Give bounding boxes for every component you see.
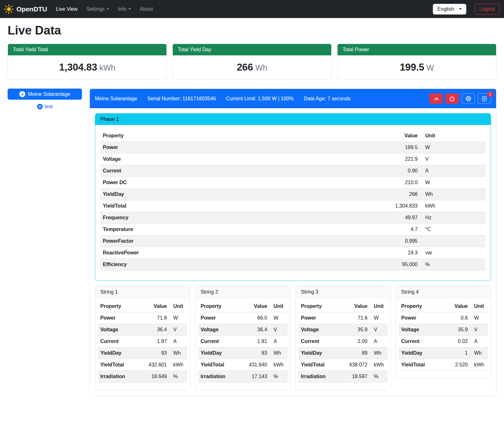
event-log-button[interactable]: 2 — [478, 93, 491, 104]
value-cell: 35.9 — [444, 324, 470, 336]
logout-button[interactable]: Logout — [475, 4, 500, 15]
nav-settings-label: Settings — [86, 6, 105, 12]
property-cell: Irradiation — [98, 371, 143, 383]
table-row: Current0.90A — [100, 165, 486, 177]
nav-settings[interactable]: Settings — [82, 4, 114, 15]
value-cell: 221.9 — [374, 153, 420, 165]
unit-cell: V — [169, 324, 187, 336]
string-table: Property Value Unit Power71.8WVoltage36.… — [98, 301, 187, 383]
table-row: YieldTotal431.640kWh — [198, 359, 288, 371]
device-info-button[interactable] — [462, 93, 475, 104]
caret-down-icon — [459, 8, 462, 10]
table-row: Efficiency95.000% — [100, 259, 486, 271]
unit-cell: var — [420, 247, 486, 259]
col-unit: Unit — [420, 130, 486, 142]
string-card-1: String 1 Property Value Unit — [95, 286, 190, 390]
strings-grid: String 1 Property Value Unit — [95, 286, 491, 390]
summary-card-total-yield-day: Total Yield Day 266Wh — [172, 44, 332, 80]
string-card-3: String 3 Property Value Unit — [296, 286, 391, 390]
unit-cell: V — [470, 324, 488, 336]
property-cell: YieldDay — [198, 347, 243, 359]
value-cell: 71.8 — [143, 312, 170, 324]
sidebar-item-meine-solaranlage[interactable]: Meine Solaranlage — [8, 89, 82, 100]
string-card-title: String 3 — [296, 286, 390, 298]
property-cell: Power DC — [100, 177, 374, 189]
phase-card: Phase 1 Property Value Unit Power199.5WV… — [95, 113, 491, 281]
unit-cell: % — [420, 259, 486, 271]
brand[interactable]: OpenDTU — [4, 4, 47, 14]
table-row: YieldDay83Wh — [198, 347, 288, 359]
power-button[interactable] — [445, 93, 459, 104]
summary-card-unit: Wh — [255, 63, 267, 72]
value-cell: 66.0 — [243, 312, 270, 324]
inverter-serial: Serial Number: 116171603546 — [147, 96, 216, 102]
col-unit: Unit — [370, 301, 388, 312]
table-header-row: Property Value Unit — [298, 301, 388, 312]
sidebar-item-test[interactable]: test — [8, 104, 82, 109]
value-cell: 431.640 — [243, 359, 270, 371]
inverter-name: Meine Solaranlage — [95, 96, 137, 102]
property-cell: Current — [198, 336, 243, 347]
string-card-body: Property Value Unit Power71.8WVoltage36.… — [95, 298, 190, 390]
col-unit: Unit — [169, 301, 187, 312]
table-header-row: Property Value Unit — [100, 130, 486, 142]
unit-cell: W — [470, 312, 488, 324]
table-row: Power199.5W — [100, 142, 486, 153]
table-row: YieldTotal438.072kWh — [298, 359, 388, 371]
unit-cell: A — [270, 336, 288, 347]
unit-cell: Wh — [370, 347, 388, 359]
unit-cell — [420, 235, 486, 247]
value-cell: 0.90 — [374, 165, 420, 177]
string-card-body: Property Value Unit Power71.6WVoltage35.… — [296, 298, 390, 390]
summary-card-body: 1,304.83kWh — [8, 55, 166, 79]
check-circle-icon — [19, 91, 25, 97]
summary-card-unit: kWh — [99, 63, 115, 72]
table-row: Current1.97A — [98, 336, 187, 347]
col-property: Property — [298, 301, 343, 312]
table-header-row: Property Value Unit — [198, 301, 288, 312]
unit-cell: kWh — [470, 359, 488, 371]
value-cell: 18.597 — [343, 371, 370, 383]
inverter-card-header: Meine Solaranlage Serial Number: 1161716… — [90, 89, 496, 108]
property-cell: Power — [198, 312, 243, 324]
value-cell: 35.9 — [343, 324, 370, 336]
property-cell: Power — [298, 312, 343, 324]
table-row: Temperature4.7°C — [100, 224, 486, 235]
summary-card-value: 266 — [237, 62, 253, 73]
nav-about[interactable]: About — [135, 4, 158, 15]
page-title: Live Data — [8, 24, 496, 37]
table-row: Current0.02A — [399, 336, 488, 347]
property-cell: Current — [100, 165, 374, 177]
limit-settings-button[interactable] — [429, 93, 443, 104]
phase-card-title: Phase 1 — [95, 114, 491, 125]
sidebar-item-label: Meine Solaranlage — [28, 91, 70, 97]
unit-cell: W — [420, 177, 486, 189]
table-row: Power0.6W — [399, 312, 488, 324]
string-table: Property Value Unit Power0.6WVoltage35.9… — [399, 301, 488, 371]
language-select[interactable]: English — [433, 4, 466, 15]
col-unit: Unit — [470, 301, 488, 312]
value-cell: 210.0 — [374, 177, 420, 189]
inverter-limit: Current Limit: 1,500 W | 100% — [226, 96, 294, 102]
unit-cell: kWh — [169, 359, 187, 371]
table-row: Power66.0W — [198, 312, 288, 324]
navbar: OpenDTU Live View Settings Info About En… — [0, 0, 504, 18]
nav-live-view[interactable]: Live View — [52, 4, 82, 15]
cpu-icon — [465, 96, 471, 102]
col-value: Value — [143, 301, 170, 312]
phase-table: Property Value Unit Power199.5WVoltage22… — [100, 130, 486, 271]
nav-info-label: Info — [118, 6, 127, 12]
col-unit: Unit — [270, 301, 288, 312]
value-cell: 0.02 — [444, 336, 470, 347]
summary-card-total-power: Total Power 199.5W — [337, 44, 496, 80]
value-cell: 0.6 — [444, 312, 470, 324]
value-cell: 432.601 — [143, 359, 170, 371]
property-cell: Efficiency — [100, 259, 374, 271]
value-cell: 71.6 — [343, 312, 370, 324]
unit-cell: Wh — [420, 189, 486, 200]
table-row: Current1.81A — [198, 336, 288, 347]
value-cell: 199.5 — [374, 142, 420, 153]
col-property: Property — [100, 130, 374, 142]
nav-info[interactable]: Info — [114, 4, 135, 15]
value-cell: 266 — [374, 189, 420, 200]
